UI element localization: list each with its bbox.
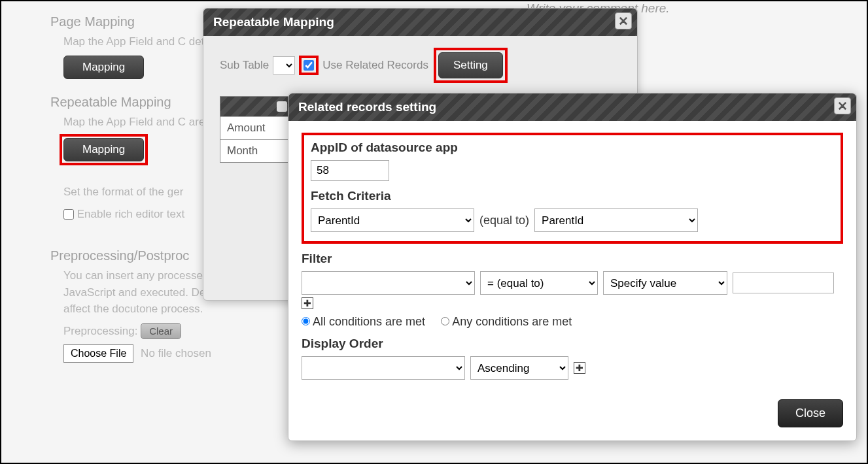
related-dialog-header: Related records setting ✕: [288, 93, 856, 121]
cond-any-label: Any conditions are met: [452, 315, 572, 328]
cond-any-option[interactable]: Any conditions are met: [441, 315, 572, 329]
filter-op-select[interactable]: = (equal to): [480, 271, 598, 295]
related-records-dialog: Related records setting ✕ AppID of datas…: [288, 93, 857, 441]
appid-label: AppID of datasource app: [311, 141, 834, 155]
fetch-op-label: (equal to): [479, 214, 529, 227]
fetch-criteria-label: Fetch Criteria: [311, 189, 834, 203]
filter-label: Filter: [302, 252, 843, 266]
choose-file-button[interactable]: Choose File: [63, 344, 133, 363]
no-file-label: No file chosen: [141, 347, 211, 359]
related-dialog-title: Related records setting: [298, 100, 436, 114]
mapping-table: Amount Month: [220, 96, 292, 163]
page-mapping-button[interactable]: Mapping: [63, 56, 144, 79]
enable-rich-label: Enable rich editor text: [77, 208, 184, 220]
cond-any-radio[interactable]: [441, 317, 449, 325]
table-row[interactable]: Amount: [220, 116, 291, 139]
cond-all-label: All conditions are met: [313, 315, 425, 328]
fetch-right-select[interactable]: ParentId: [534, 208, 698, 232]
filter-value-type-select[interactable]: Specify value: [603, 271, 727, 295]
fetch-left-select[interactable]: ParentId: [311, 208, 474, 232]
appid-input[interactable]: [311, 160, 389, 181]
mapping-table-header: [220, 97, 291, 116]
setting-button[interactable]: Setting: [438, 52, 503, 78]
use-related-label: Use Related Records: [322, 59, 428, 72]
add-filter-button[interactable]: ✚: [302, 297, 313, 309]
sub-table-label: Sub Table: [220, 59, 269, 72]
cond-all-option[interactable]: All conditions are met: [302, 315, 425, 329]
order-dir-select[interactable]: Ascending: [470, 356, 568, 380]
preproc-label: Preprocessing:: [63, 325, 137, 337]
use-related-checkbox[interactable]: [304, 60, 314, 71]
display-order-label: Display Order: [302, 337, 843, 351]
order-field-select[interactable]: [302, 356, 465, 380]
repeatable-dialog-header: Repeatable Mapping ✕: [203, 8, 637, 36]
filter-field-select[interactable]: [302, 271, 475, 295]
enable-rich-checkbox[interactable]: [63, 209, 74, 220]
filter-value-input[interactable]: [733, 273, 834, 293]
sub-table-select[interactable]: [273, 56, 295, 75]
close-icon[interactable]: ✕: [834, 97, 851, 114]
repeatable-mapping-button[interactable]: Mapping: [63, 138, 144, 161]
repeatable-dialog-title: Repeatable Mapping: [213, 15, 334, 29]
highlighted-settings: AppID of datasource app Fetch Criteria P…: [302, 133, 843, 244]
cond-all-radio[interactable]: [302, 317, 310, 325]
clear-button[interactable]: Clear: [141, 323, 181, 339]
close-button[interactable]: Close: [778, 399, 843, 427]
table-row[interactable]: Month: [220, 139, 291, 162]
close-icon[interactable]: ✕: [615, 12, 632, 29]
add-order-button[interactable]: ✚: [574, 362, 585, 374]
